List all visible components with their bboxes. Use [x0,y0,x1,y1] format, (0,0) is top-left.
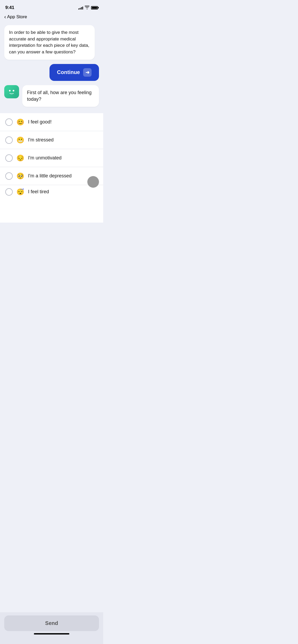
radio-feel-good[interactable] [5,118,13,126]
svg-rect-0 [6,87,17,96]
continue-arrow-icon: ➜ [83,68,92,77]
back-arrow-icon: ‹ [4,14,6,20]
nav-bar: ‹ App Store [0,13,103,22]
signal-icon [78,6,83,10]
app-store-label: App Store [7,14,27,20]
chat-area: In order to be able to give the most acc… [0,22,103,107]
svg-point-1 [9,90,11,91]
option-tired-partial[interactable]: 😴 I feel tired [0,185,103,199]
svg-point-2 [13,90,14,91]
option-stressed[interactable]: 😬 I'm stressed [0,131,103,149]
question-row: First of all, how are you feeling today? [4,85,99,107]
wifi-icon [85,6,89,10]
text-stressed: I'm stressed [28,137,53,143]
emoji-depressed: 🥺 [16,172,24,180]
radio-tired[interactable] [5,188,13,196]
back-button[interactable]: ‹ App Store [4,14,27,20]
question-text: First of all, how are you feeling today? [27,89,94,103]
radio-depressed[interactable] [5,172,13,180]
info-message-bubble: In order to be able to give the most acc… [4,25,95,60]
radio-stressed[interactable] [5,136,13,144]
info-message-text: In order to be able to give the most acc… [9,29,90,56]
status-bar: 9:41 [0,0,103,13]
continue-label: Continue [57,69,80,75]
option-feel-good[interactable]: 😊 I feel good! [0,113,103,131]
question-bubble: First of all, how are you feeling today? [22,85,99,107]
option-depressed[interactable]: 🥺 I'm a little depressed [0,167,103,185]
status-icons [78,6,98,10]
emoji-stressed: 😬 [16,136,24,144]
radio-unmotivated[interactable] [5,154,13,162]
status-time: 9:41 [5,5,14,10]
emoji-unmotivated: 😔 [16,154,24,162]
battery-icon [91,6,98,10]
continue-button-row: Continue ➜ [4,63,99,85]
emoji-feel-good: 😊 [16,118,24,126]
text-depressed: I'm a little depressed [28,173,72,179]
emoji-tired: 😴 [16,188,24,196]
text-tired: I feel tired [28,189,49,195]
text-feel-good: I feel good! [28,119,52,125]
options-list: 😊 I feel good! 😬 I'm stressed 😔 I'm unmo… [0,113,103,223]
text-unmotivated: I'm unmotivated [28,155,62,161]
continue-button[interactable]: Continue ➜ [49,64,99,81]
scroll-indicator [87,176,99,188]
bot-avatar [4,85,19,98]
option-unmotivated[interactable]: 😔 I'm unmotivated [0,149,103,167]
